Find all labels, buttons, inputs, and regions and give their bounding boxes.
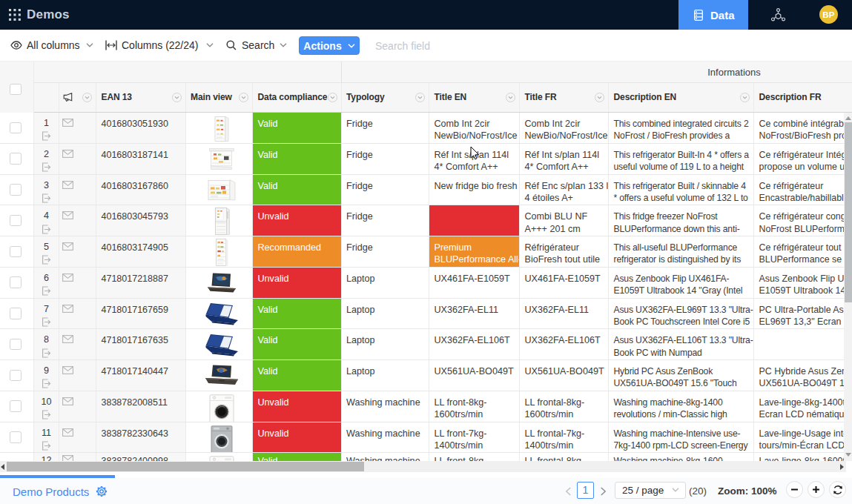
description-fr-cell[interactable]: Asus Zenbook Flip UX461FA-E1059T Ultrabo…	[754, 268, 852, 298]
description-en-cell[interactable]: Washing machine-8kg-1400revolutions / mi…	[609, 391, 754, 422]
ean-cell[interactable]: 4016803045793	[96, 205, 186, 236]
row-checkbox[interactable]	[10, 400, 22, 412]
typology-cell[interactable]: Fridge	[342, 175, 430, 205]
description-en-cell[interactable]: This all-useful BLUPerformancerefrigerat…	[609, 236, 754, 267]
description-en-cell[interactable]: Asus Zenbook Flip UX461FA-E1059T Ultrabo…	[609, 268, 754, 298]
actions-button[interactable]: Actions	[299, 36, 360, 55]
main-view-cell[interactable]	[186, 236, 254, 267]
open-record-icon[interactable]	[42, 162, 51, 172]
open-record-icon[interactable]	[42, 193, 51, 203]
main-view-cell[interactable]	[186, 113, 254, 143]
description-fr-cell[interactable]	[754, 329, 852, 359]
filter-icon[interactable]	[239, 93, 248, 102]
column-header-ean13[interactable]: EAN 13	[96, 83, 186, 113]
title-fr-cell[interactable]: LL frontal-8kg-1600trs/min	[520, 453, 609, 460]
description-fr-cell[interactable]: Lave-linge-8kg-1400trs/min-Ecran LCD ném…	[754, 391, 852, 422]
open-record-icon[interactable]	[42, 410, 51, 420]
filter-icon[interactable]	[740, 93, 750, 102]
envelope-icon[interactable]	[62, 335, 73, 343]
ean-cell[interactable]: 4016803187141	[96, 144, 186, 174]
ean-cell[interactable]: 3838782008511	[96, 391, 186, 422]
current-page-box[interactable]: 1	[577, 482, 594, 499]
description-en-cell[interactable]: This fridge freezer NoFrostBLUPerformanc…	[609, 205, 754, 236]
compliance-cell[interactable]: Valid	[253, 113, 342, 143]
search-dropdown[interactable]: Search	[242, 30, 274, 61]
title-en-cell[interactable]: LL front-8kg-1600trs/min	[429, 391, 520, 422]
description-fr-cell[interactable]: Ce réfrigérateur tout utileBLUPerformanc…	[754, 236, 852, 267]
main-view-cell[interactable]	[186, 422, 254, 453]
open-record-icon[interactable]	[42, 286, 51, 296]
main-view-cell[interactable]	[186, 329, 254, 359]
main-view-cell[interactable]	[186, 144, 254, 174]
row-checkbox[interactable]	[10, 339, 22, 351]
open-record-icon[interactable]	[42, 379, 51, 388]
envelope-icon[interactable]	[62, 211, 73, 219]
compliance-cell[interactable]: Recommanded	[253, 236, 342, 267]
ean-cell[interactable]: 4016803167860	[96, 175, 186, 205]
title-fr-cell[interactable]: UX362FA-EL11	[520, 299, 609, 329]
main-view-cell[interactable]	[186, 205, 254, 236]
title-en-cell[interactable]: UX561UA-BO049T	[429, 360, 520, 391]
title-fr-cell[interactable]: UX561UA-BO049T	[520, 360, 609, 391]
filter-icon[interactable]	[328, 93, 337, 102]
main-view-cell[interactable]	[186, 360, 254, 391]
envelope-icon[interactable]	[62, 305, 73, 313]
description-en-cell[interactable]: This refrigerator Built-In 4 * offers au…	[609, 144, 754, 174]
description-fr-cell[interactable]: Ce combiné intégrableNoFrost/BioFresh pr…	[754, 113, 852, 143]
filter-icon[interactable]	[595, 93, 604, 102]
page-size-select[interactable]: 25 / page	[615, 482, 686, 499]
columns-dropdown[interactable]: Columns (22/24)	[122, 30, 199, 61]
open-record-icon[interactable]	[42, 225, 51, 234]
title-en-cell[interactable]: New fridge bio fresh	[429, 175, 520, 205]
compliance-cell[interactable]: Valid	[253, 453, 342, 460]
search-input[interactable]	[375, 38, 538, 53]
typology-cell[interactable]: Fridge	[342, 144, 430, 174]
compliance-cell[interactable]: Valid	[253, 329, 342, 359]
title-fr-cell[interactable]: UX362FA-EL106T	[520, 329, 609, 359]
main-view-cell[interactable]	[186, 268, 254, 298]
typology-cell[interactable]: Laptop	[342, 329, 430, 359]
ean-cell[interactable]: 3838782400998	[96, 453, 186, 460]
title-fr-cell[interactable]: LL frontal-7kg-1400trs/min	[520, 422, 609, 453]
next-page-button[interactable]	[600, 475, 607, 504]
title-en-cell[interactable]: UX362FA-EL11	[429, 299, 520, 329]
typology-cell[interactable]: Fridge	[342, 236, 430, 267]
typology-cell[interactable]: Laptop	[342, 299, 430, 329]
envelope-icon[interactable]	[62, 273, 73, 282]
column-header-description-en[interactable]: Description EN	[609, 83, 754, 113]
envelope-icon[interactable]	[62, 455, 73, 460]
description-en-cell[interactable]: Asus UX362FA-EL106T 13.3 "Ultra-Book PC …	[609, 329, 754, 359]
title-fr-cell[interactable]: Réf Enc s/plan 133 l4 étoiles A+	[520, 175, 609, 205]
compliance-cell[interactable]: Unvalid	[253, 268, 342, 298]
description-fr-cell[interactable]: Lave-linge-8kg-1600trs/min	[754, 453, 852, 460]
description-en-cell[interactable]: This refrigerator Built / skinnable 4* o…	[609, 175, 754, 205]
envelope-icon[interactable]	[62, 119, 73, 127]
title-en-cell[interactable]: LL front-7kg-1400trs/min	[429, 422, 520, 453]
vertical-scrollbar[interactable]	[844, 113, 852, 461]
main-view-cell[interactable]	[186, 299, 254, 329]
description-fr-cell[interactable]: Ce réfrigérateur congélateurNoFrost BLUP…	[754, 205, 852, 236]
filter-icon[interactable]	[82, 93, 92, 102]
typology-cell[interactable]: Washing machine	[342, 422, 430, 453]
row-checkbox[interactable]	[10, 246, 22, 258]
description-fr-cell[interactable]: PC Ultra-Portable Asus UX362FA-EL969T 13…	[754, 299, 852, 329]
column-header-data-compliance[interactable]: Data compliance	[253, 83, 342, 113]
column-header-title-fr[interactable]: Title FR	[520, 83, 609, 113]
title-en-cell[interactable]: PremiumBLUPerformance All-	[429, 236, 520, 267]
horizontal-scrollbar[interactable]	[0, 461, 846, 473]
avatar[interactable]: BP	[819, 5, 838, 24]
row-checkbox[interactable]	[10, 276, 22, 288]
typology-cell[interactable]: Washing machine	[342, 453, 430, 460]
compliance-cell[interactable]: Unvalid	[253, 205, 342, 236]
row-checkbox[interactable]	[10, 370, 22, 382]
open-record-icon[interactable]	[42, 255, 51, 265]
typology-cell[interactable]: Laptop	[342, 268, 430, 298]
open-record-icon[interactable]	[42, 348, 51, 358]
row-checkbox[interactable]	[10, 431, 22, 443]
apps-grid-icon[interactable]	[9, 9, 21, 21]
ean-cell[interactable]: 4718017167659	[96, 299, 186, 329]
prev-page-button[interactable]	[565, 475, 572, 504]
envelope-icon[interactable]	[62, 397, 73, 405]
description-fr-cell[interactable]: Ce réfrigérateurEncastrable/habillable 4	[754, 175, 852, 205]
column-header-main-view[interactable]: Main view	[186, 83, 254, 113]
